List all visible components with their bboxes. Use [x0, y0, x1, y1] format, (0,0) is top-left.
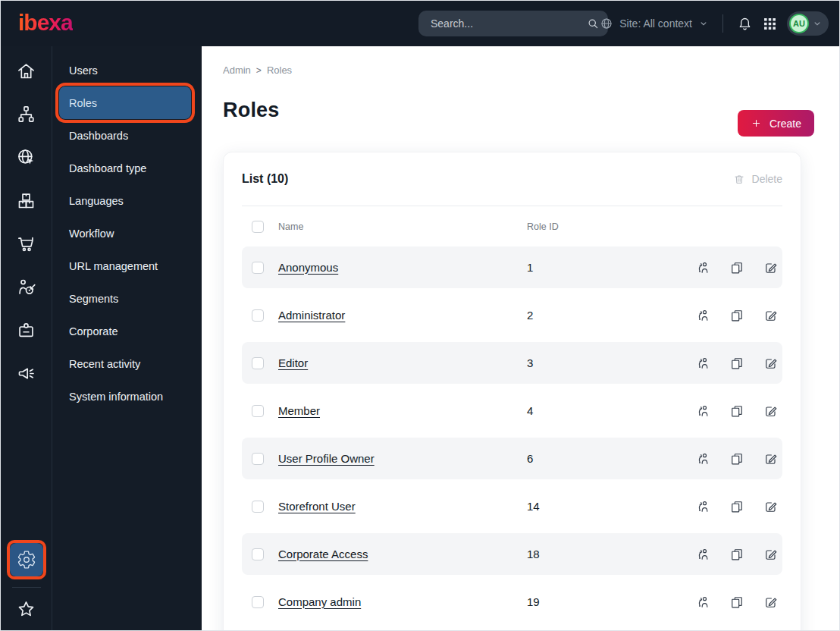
site-globe-icon[interactable]	[11, 142, 42, 172]
notifications-bell-icon[interactable]	[737, 16, 753, 32]
create-button-label: Create	[769, 118, 801, 130]
menu-item-label: Dashboard type	[69, 162, 146, 174]
topbar-divider	[722, 14, 723, 33]
row-checkbox[interactable]	[252, 357, 264, 369]
search-icon[interactable]	[586, 17, 600, 30]
edit-icon[interactable]	[763, 403, 779, 419]
edit-icon[interactable]	[763, 451, 779, 466]
sidebar-menu-item[interactable]: Segments	[52, 282, 202, 315]
edit-icon[interactable]	[763, 260, 779, 275]
site-context-selector[interactable]: Site: All context	[600, 17, 709, 30]
row-checkbox[interactable]	[252, 548, 264, 560]
table-header-row: Name Role ID	[242, 206, 782, 246]
row-checkbox[interactable]	[252, 596, 264, 608]
corporate-badge-icon[interactable]	[11, 315, 42, 345]
role-name-link[interactable]: Administrator	[278, 309, 345, 322]
role-name-link[interactable]: Corporate Access	[278, 548, 368, 560]
sidebar-menu-item[interactable]: Languages	[52, 184, 202, 217]
sidebar-menu-item[interactable]: System information	[52, 380, 202, 413]
sidebar-menu-item[interactable]: Workflow	[52, 217, 202, 250]
role-name-link[interactable]: Anonymous	[278, 261, 338, 274]
edit-icon[interactable]	[763, 595, 779, 610]
role-id-cell: 3	[527, 356, 681, 369]
assign-user-icon[interactable]	[695, 308, 710, 323]
sidebar-menu-item[interactable]: Recent activity	[52, 347, 202, 380]
role-name-link[interactable]: Storefront User	[278, 500, 356, 513]
menu-item-label: Languages	[69, 195, 124, 207]
assign-user-icon[interactable]	[695, 451, 710, 466]
sidebar-menu-item[interactable]: Dashboards	[52, 119, 202, 152]
row-checkbox[interactable]	[252, 309, 264, 322]
assign-user-icon[interactable]	[695, 499, 710, 514]
role-id-cell: 4	[527, 404, 681, 417]
assign-user-icon[interactable]	[695, 547, 710, 562]
select-all-checkbox[interactable]	[252, 221, 264, 233]
delete-button[interactable]: Delete	[733, 173, 782, 186]
role-name-link[interactable]: Editor	[278, 356, 308, 369]
breadcrumb-roles[interactable]: Roles	[267, 64, 292, 76]
edit-icon[interactable]	[763, 499, 779, 514]
copy-icon[interactable]	[729, 499, 744, 514]
row-actions	[695, 356, 779, 371]
role-name-cell: User Profile Owner	[278, 452, 512, 466]
sidebar-menu-item[interactable]: Dashboard type	[52, 152, 202, 184]
copy-icon[interactable]	[729, 403, 744, 419]
row-checkbox[interactable]	[252, 501, 264, 513]
role-name-cell: Company admin	[278, 595, 512, 609]
sidebar-menu-item[interactable]: Users	[52, 54, 202, 86]
table-row: Anonymous 1	[242, 246, 782, 288]
list-title: List (10)	[242, 172, 288, 186]
site-context-label: Site: All context	[619, 17, 692, 30]
sidebar-menu: Users Roles Dashboards Dashboard type La…	[52, 46, 202, 630]
role-name-cell: Corporate Access	[278, 548, 512, 561]
role-name-link[interactable]: Company admin	[278, 595, 361, 608]
copy-icon[interactable]	[729, 595, 744, 610]
menu-item-label: URL management	[69, 260, 158, 272]
home-icon[interactable]	[11, 55, 42, 86]
sidebar-menu-item[interactable]: URL management	[52, 250, 202, 282]
bookmarks-star-icon[interactable]	[11, 594, 42, 624]
plus-icon	[751, 118, 762, 129]
user-menu[interactable]: AU	[787, 11, 829, 36]
assign-user-icon[interactable]	[695, 356, 710, 371]
menu-item-label: Recent activity	[69, 358, 140, 370]
sidebar-menu-item[interactable]: Corporate	[52, 315, 202, 347]
copy-icon[interactable]	[729, 356, 744, 371]
edit-icon[interactable]	[763, 547, 779, 562]
role-id-cell: 18	[527, 548, 681, 560]
commerce-cart-icon[interactable]	[11, 228, 42, 259]
app-grid-icon[interactable]	[762, 16, 778, 32]
table-row: Editor 3	[242, 342, 782, 384]
row-checkbox[interactable]	[252, 262, 264, 274]
create-button[interactable]: Create	[738, 110, 814, 137]
ibexa-logo: ibexa	[18, 11, 73, 35]
copy-icon[interactable]	[729, 260, 744, 275]
copy-icon[interactable]	[729, 451, 744, 466]
content-tree-icon[interactable]	[11, 99, 42, 129]
role-id-cell: 19	[527, 595, 681, 608]
admin-gear-icon[interactable]	[10, 543, 43, 576]
breadcrumb-admin[interactable]: Admin	[223, 64, 251, 76]
personalization-target-icon[interactable]	[11, 272, 42, 302]
role-name-link[interactable]: Member	[278, 404, 320, 417]
edit-icon[interactable]	[763, 356, 779, 371]
sidebar-menu-item[interactable]: Roles	[59, 86, 191, 119]
assign-user-icon[interactable]	[695, 595, 710, 610]
icon-rail	[1, 46, 52, 630]
copy-icon[interactable]	[729, 547, 744, 562]
assign-user-icon[interactable]	[695, 403, 710, 419]
assign-user-icon[interactable]	[695, 260, 710, 275]
search-input[interactable]	[418, 11, 608, 36]
role-name-cell: Anonymous	[278, 261, 512, 275]
product-boxes-icon[interactable]	[11, 185, 42, 215]
marketing-megaphone-icon[interactable]	[11, 358, 42, 388]
row-checkbox[interactable]	[252, 405, 264, 417]
row-actions	[695, 499, 779, 514]
row-checkbox[interactable]	[252, 453, 264, 465]
row-actions	[695, 595, 779, 610]
role-name-link[interactable]: User Profile Owner	[278, 452, 375, 465]
table-row: Member 4	[242, 390, 782, 432]
edit-icon[interactable]	[763, 308, 779, 323]
column-header-name: Name	[278, 221, 512, 232]
copy-icon[interactable]	[729, 308, 744, 323]
